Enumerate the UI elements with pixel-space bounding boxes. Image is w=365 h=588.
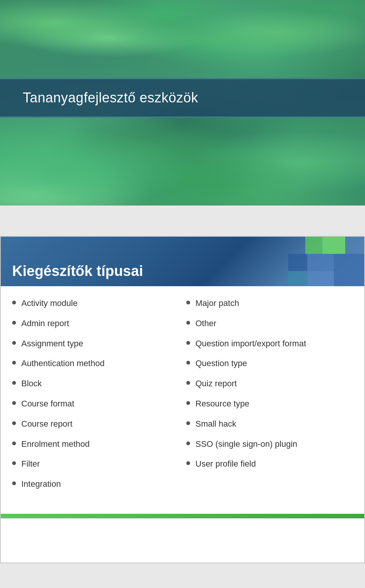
list-item: Enrolment method xyxy=(12,438,179,450)
blue-square-4 xyxy=(307,271,334,286)
slide2-content: Activity moduleAdmin reportAssignment ty… xyxy=(1,286,364,514)
bullet-dot xyxy=(12,301,16,304)
bullet-text: Major patch xyxy=(195,298,239,309)
bullet-text: Assignment type xyxy=(21,338,83,350)
bullet-text: SSO (single sign-on) plugin xyxy=(195,438,297,450)
blue-square-2 xyxy=(307,254,334,271)
bullet-dot xyxy=(12,361,16,365)
slide2-header: Kiegészítők típusai xyxy=(1,237,364,286)
bullet-dot xyxy=(186,361,190,365)
bullet-text: Small hack xyxy=(195,418,236,430)
slide2-footer xyxy=(1,514,364,518)
bullet-text: Question import/export format xyxy=(195,338,306,350)
bullet-dot xyxy=(12,441,16,445)
bullet-dot xyxy=(12,461,16,465)
list-item: Resource type xyxy=(186,398,353,410)
list-item: Block xyxy=(12,378,179,390)
bullet-text: Resource type xyxy=(195,398,249,410)
columns-container: Activity moduleAdmin reportAssignment ty… xyxy=(12,298,353,499)
green-square-top2 xyxy=(305,237,322,254)
slide1: Tananyagfejlesztő eszközök xyxy=(0,0,365,206)
blue-square-3 xyxy=(288,254,307,271)
bullet-text: Admin report xyxy=(21,318,69,330)
bullet-dot xyxy=(186,421,190,425)
list-item: Assignment type xyxy=(12,338,179,350)
list-item: Integration xyxy=(12,478,179,490)
bullet-text: Enrolment method xyxy=(21,438,90,450)
bullet-text: Filter xyxy=(21,458,40,470)
bullet-text: Block xyxy=(21,378,42,390)
list-item: Question type xyxy=(186,358,353,370)
bullet-text: Quiz report xyxy=(195,378,237,390)
bullet-dot xyxy=(12,481,16,485)
list-item: User profile field xyxy=(186,458,353,470)
blue-square-1 xyxy=(334,254,364,286)
bullet-text: Authentication method xyxy=(21,358,105,370)
list-item: Admin report xyxy=(12,318,179,330)
bullet-text: Course format xyxy=(21,398,74,410)
list-item: SSO (single sign-on) plugin xyxy=(186,438,353,450)
bullet-dot xyxy=(186,441,190,445)
bullet-text: Question type xyxy=(195,358,247,370)
bullet-dot xyxy=(186,341,190,345)
bullet-dot xyxy=(186,321,190,325)
list-item: Filter xyxy=(12,458,179,470)
list-item: Course report xyxy=(12,418,179,430)
teal-square xyxy=(288,271,307,286)
left-column: Activity moduleAdmin reportAssignment ty… xyxy=(12,298,179,499)
bullet-dot xyxy=(186,461,190,465)
list-item: Question import/export format xyxy=(186,338,353,350)
bullet-text: Course report xyxy=(21,418,73,430)
bullet-dot xyxy=(186,301,190,304)
bullet-text: Activity module xyxy=(21,298,78,309)
bullet-dot xyxy=(12,321,16,325)
bullet-dot xyxy=(186,401,190,405)
bullet-dot xyxy=(186,381,190,385)
list-item: Small hack xyxy=(186,418,353,430)
right-column: Major patchOtherQuestion import/export f… xyxy=(186,298,353,499)
slide1-title-band: Tananyagfejlesztő eszközök xyxy=(0,78,365,118)
gap xyxy=(0,206,365,236)
slide2: Kiegészítők típusai Activity moduleAdmin… xyxy=(0,236,365,563)
green-square-top xyxy=(322,237,345,254)
bullet-text: Other xyxy=(195,318,216,330)
list-item: Other xyxy=(186,318,353,330)
bullet-dot xyxy=(12,381,16,385)
list-item: Major patch xyxy=(186,298,353,309)
bullet-text: Integration xyxy=(21,478,61,490)
list-item: Activity module xyxy=(12,298,179,309)
bullet-dot xyxy=(12,401,16,405)
list-item: Quiz report xyxy=(186,378,353,390)
slide2-title: Kiegészítők típusai xyxy=(12,263,143,279)
header-decorative-squares xyxy=(281,237,364,286)
list-item: Authentication method xyxy=(12,358,179,370)
bullet-dot xyxy=(12,421,16,425)
bullet-dot xyxy=(12,341,16,345)
slide1-title: Tananyagfejlesztő eszközök xyxy=(23,90,342,106)
bullet-text: User profile field xyxy=(195,458,256,470)
list-item: Course format xyxy=(12,398,179,410)
